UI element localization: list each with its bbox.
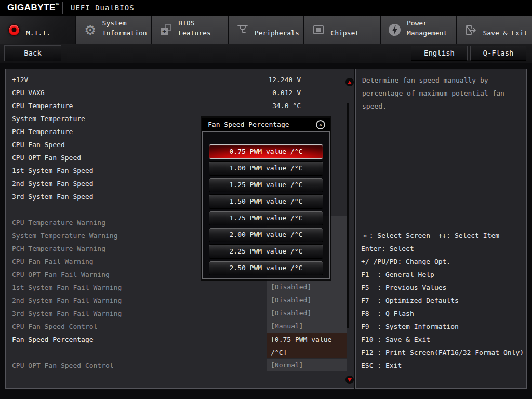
setting-row[interactable]: 1st System Fan Fail Warning[Disabled] [6, 281, 354, 294]
setting-row-selected[interactable]: Fan Speed Percentage [0.75 PWM value/°C] [6, 333, 354, 346]
uefi-bios-screen: { "titlebar": { "brand": "GIGABYTE", "tr… [0, 0, 532, 399]
tab-peripherals[interactable]: Peripherals [229, 16, 305, 44]
option-item[interactable]: 1.00 PWM value /°C [209, 162, 323, 175]
option-item[interactable]: 1.75 PWM value /°C [209, 211, 323, 225]
lightning-icon [388, 23, 402, 37]
shortcut-line: F12 : Print Screen(FAT16/32 Format Only) [361, 346, 526, 359]
shortcut-line: ESC : Exit [361, 359, 526, 372]
peripherals-icon [235, 23, 250, 37]
setting-label: 3rd System Fan Fail Warning [12, 307, 122, 320]
scroll-up-arrow-icon [348, 81, 352, 84]
setting-value[interactable]: [Manual] [267, 320, 347, 332]
tab-label: Peripherals [255, 28, 299, 38]
dialog-options-list: 0.75 PWM value /°C 1.00 PWM value /°C 1.… [202, 131, 330, 279]
sensor-label: CPU VAXG [12, 86, 45, 99]
sensor-value: 12.240 V [268, 73, 301, 86]
shortcut-line: F10 : Save & Exit [361, 333, 526, 346]
sensor-value: 0.012 V [272, 86, 301, 99]
tab-power-management[interactable]: PowerManagement [381, 16, 457, 44]
product-name: UEFI DualBIOS [71, 4, 135, 12]
back-button[interactable]: Back [4, 45, 61, 61]
sensor-label: CPU OPT Fan Speed [12, 151, 81, 164]
tab-label: Save & Exit [483, 28, 527, 38]
scroll-up-button[interactable] [345, 78, 354, 86]
gear-icon: ⚙ [83, 23, 98, 37]
setting-value[interactable]: [Disabled] [267, 307, 347, 320]
tab-label: BIOS [178, 18, 211, 28]
tab-label: System [102, 18, 147, 28]
setting-label: CPU Fan Fail Warning [12, 255, 94, 268]
tab-label: M.I.T. [26, 28, 50, 38]
bios-features-icon [159, 23, 174, 37]
shortcut-line: F1 : General Help [361, 268, 526, 281]
chipset-icon [311, 23, 326, 37]
shortcut-line: F5 : Previous Values [361, 281, 526, 294]
tab-mit[interactable]: M.I.T. [0, 16, 76, 44]
shortcut-line: F9 : System Information [361, 320, 526, 333]
main-menu-tabbar: M.I.T. ⚙ SystemInformation BIOSFeatures … [0, 16, 532, 44]
toolbar: Back English Q-Flash [0, 44, 532, 63]
setting-row[interactable]: CPU Fan Speed Control[Manual] [6, 320, 354, 333]
sensor-row: CPU Temperature34.0 °C [6, 99, 354, 112]
shortcut-line: F7 : Optimized Defaults [361, 294, 526, 307]
option-item[interactable]: 1.50 PWM value /°C [209, 195, 323, 208]
item-help-text: Determine fan speed manually by percenta… [356, 69, 526, 113]
setting-label: PCH Temperature Warning [12, 242, 105, 255]
setting-label: CPU OPT Fan Fail Warning [12, 268, 110, 281]
sensor-label: 2nd System Fan Speed [12, 177, 94, 190]
sensor-label: System Temperature [12, 112, 85, 125]
tab-save-exit[interactable]: Save & Exit [457, 16, 532, 44]
setting-value[interactable]: [Disabled] [267, 281, 347, 294]
trademark: ™ [56, 3, 60, 7]
setting-row[interactable]: CPU OPT Fan Speed Control[Normal] [6, 359, 354, 372]
tab-label: Power [407, 18, 447, 28]
dialog-title: Fan Speed Percentage [208, 118, 289, 131]
shortcut-line: +/-/PU/PD: Change Opt. [361, 255, 526, 268]
titlebar-divider [62, 2, 63, 14]
scrollbar-track[interactable] [347, 103, 349, 328]
exit-door-icon [463, 23, 478, 37]
option-item[interactable]: 1.25 PWM value /°C [209, 178, 323, 192]
scroll-down-button[interactable] [345, 376, 354, 384]
sensor-label: PCH Temperature [12, 125, 73, 138]
sensor-value: 34.0 °C [272, 99, 301, 112]
fan-speed-percentage-dialog: Fan Speed Percentage ✕ 0.75 PWM value /°… [202, 118, 330, 279]
sensor-label: 3rd System Fan Speed [12, 190, 94, 203]
sensor-label: +12V [12, 73, 28, 86]
tab-system-information[interactable]: ⚙ SystemInformation [76, 16, 153, 44]
setting-value[interactable]: [Normal] [267, 359, 347, 371]
option-item[interactable]: 0.75 PWM value /°C [209, 145, 323, 158]
sensor-label: CPU Fan Speed [12, 138, 65, 151]
shortcut-line: Enter: Select [361, 242, 526, 255]
setting-row[interactable]: 2nd System Fan Fail Warning[Disabled] [6, 294, 354, 307]
sensor-label: CPU Temperature [12, 99, 73, 112]
option-item[interactable]: 2.00 PWM value /°C [209, 228, 323, 242]
setting-label: 1st System Fan Fail Warning [12, 281, 122, 294]
setting-label: CPU Fan Speed Control [12, 320, 97, 333]
shortcut-line: →←: Select Screen ↑↓: Select Item [361, 229, 526, 242]
option-item[interactable]: 2.50 PWM value /°C [209, 261, 323, 275]
setting-label: 2nd System Fan Fail Warning [12, 294, 122, 307]
shortcut-line: F8 : Q-Flash [361, 307, 526, 320]
key-shortcuts-panel: →←: Select Screen ↑↓: Select Item Enter:… [356, 211, 526, 388]
setting-value[interactable]: [0.75 PWM value/°C] [267, 333, 347, 358]
tab-bios-features[interactable]: BIOSFeatures [152, 16, 229, 44]
option-item[interactable]: 2.25 PWM value /°C [209, 245, 323, 258]
setting-row[interactable]: 3rd System Fan Fail Warning[Disabled] [6, 307, 354, 320]
title-bar: GIGABYTE™ UEFI DualBIOS [0, 0, 532, 16]
scroll-down-arrow-icon [348, 378, 352, 382]
language-button[interactable]: English [411, 46, 468, 61]
close-icon[interactable]: ✕ [316, 120, 325, 129]
qflash-button[interactable]: Q-Flash [470, 46, 526, 61]
dialog-titlebar: Fan Speed Percentage ✕ [202, 118, 330, 131]
tab-label: Chipset [330, 28, 359, 38]
sensor-row: CPU VAXG0.012 V [6, 86, 354, 99]
setting-value[interactable]: [Disabled] [267, 294, 347, 307]
help-panel: Determine fan speed manually by percenta… [355, 69, 527, 389]
setting-label: CPU OPT Fan Speed Control [12, 359, 114, 372]
sensor-label: 1st System Fan Speed [12, 164, 94, 177]
setting-label: Fan Speed Percentage [12, 333, 94, 346]
gigabyte-logo: GIGABYTE™ [7, 3, 60, 13]
setting-label: CPU Temperature Warning [12, 216, 105, 229]
tab-chipset[interactable]: Chipset [304, 16, 381, 44]
